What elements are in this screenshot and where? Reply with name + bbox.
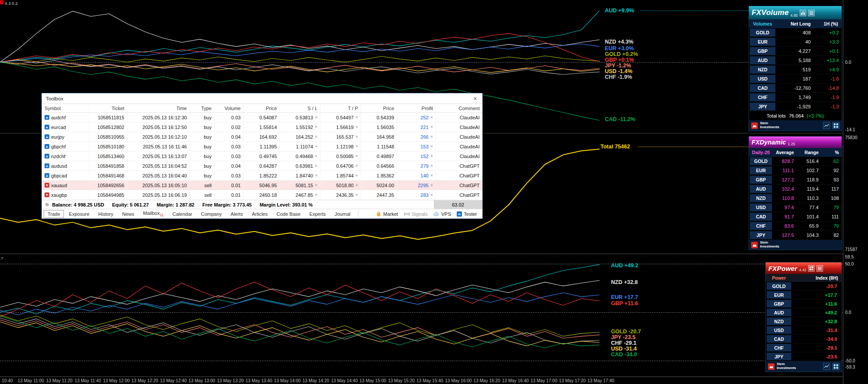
close-position-icon[interactable]: × xyxy=(430,115,433,120)
remove-tp-icon[interactable]: × xyxy=(355,164,358,168)
remove-tp-icon[interactable]: × xyxy=(355,183,358,188)
remove-sl-icon[interactable]: × xyxy=(315,135,317,139)
position-row[interactable]: ▲gbpcad10584914682025.05.13 16:04:40buy0… xyxy=(42,171,482,181)
position-row[interactable]: ▲gbpchf10585101802025.05.13 16:11:46buy0… xyxy=(42,142,482,151)
tab-tester[interactable]: Tester xyxy=(457,211,477,217)
tab-news[interactable]: News xyxy=(118,210,138,218)
position-comment: ClaudeAI xyxy=(436,132,482,141)
close-position-icon[interactable]: × xyxy=(430,144,433,149)
sell-direction-icon: ▼ xyxy=(45,183,49,188)
tab-mailbox[interactable]: Mailbox11 xyxy=(139,209,168,218)
close-position-icon[interactable]: × xyxy=(430,164,433,168)
trend-icon[interactable] xyxy=(823,122,830,129)
range-pct-value: 82 xyxy=(822,231,842,240)
currency-chip: JPY xyxy=(767,353,791,360)
fxpower-row: GBP+11.6 xyxy=(766,299,842,308)
remove-sl-icon[interactable]: × xyxy=(315,154,317,159)
column-daily-20: Daily-20 xyxy=(749,150,773,155)
trend-icon[interactable] xyxy=(823,363,830,370)
remove-tp-icon[interactable]: × xyxy=(355,154,358,159)
close-icon[interactable]: × xyxy=(472,96,478,102)
tab-label: Alerts xyxy=(231,211,243,217)
series-top-aud xyxy=(0,11,600,62)
fxdynamic-header: FXDynamic 1.25 xyxy=(749,137,842,148)
time-label: 13 May 12:00 xyxy=(103,378,130,383)
position-row[interactable]: ▲eurjpy10585109552025.05.13 16:12:10buy0… xyxy=(42,132,482,142)
fxvolume-column-headers: Volumes Net Long 1H (%) xyxy=(749,19,842,28)
tab-label: Tester xyxy=(464,211,477,217)
position-type: buy xyxy=(190,132,215,141)
time-axis[interactable]: 10:4013 May 11:0013 May 11:2013 May 11:4… xyxy=(0,377,843,384)
grid-icon[interactable] xyxy=(832,363,839,370)
toolbox-titlebar[interactable]: Toolbox × xyxy=(42,93,482,104)
remove-tp-icon[interactable]: × xyxy=(355,125,358,129)
remove-sl-icon[interactable]: × xyxy=(315,174,317,178)
connection-status-marker xyxy=(0,0,4,4)
position-sl: 1.84740× xyxy=(280,171,320,180)
close-position-icon[interactable]: × xyxy=(430,193,433,197)
position-row[interactable]: ▲eurcad10585128022025.05.13 16:12:50buy0… xyxy=(42,122,482,132)
menu-icon[interactable] xyxy=(816,265,823,272)
remove-tp-icon[interactable]: × xyxy=(355,174,358,178)
position-profit: 266× xyxy=(397,132,436,141)
remove-sl-icon[interactable]: × xyxy=(315,183,317,188)
tab-signals[interactable]: Signals xyxy=(404,211,428,217)
price-scale[interactable]: 0.0-14.1758307158759.550.00.0-50.0-59.3 xyxy=(843,0,868,384)
remove-tp-icon[interactable]: × xyxy=(355,193,358,197)
close-position-icon[interactable]: × xyxy=(430,135,433,139)
position-row[interactable]: ▼xaugbp10584949852025.05.13 16:06:19sell… xyxy=(42,190,482,200)
grid-icon[interactable] xyxy=(832,122,839,129)
tab-market[interactable]: Market xyxy=(376,211,398,217)
position-row[interactable]: ▲audusd10584918582025.05.13 16:04:52buy0… xyxy=(42,161,482,171)
remove-tp-icon[interactable]: × xyxy=(355,135,358,139)
menu-icon[interactable] xyxy=(808,10,815,16)
position-row[interactable]: ▼xauaud10584926562025.05.13 16:05:10sell… xyxy=(42,181,482,190)
remove-sl-icon[interactable]: × xyxy=(315,144,317,149)
symbol-text: eurcad xyxy=(51,125,66,130)
subwindow-separator[interactable] xyxy=(0,254,843,254)
remove-sl-icon[interactable]: × xyxy=(315,115,317,120)
time-label: 13 May 12:20 xyxy=(131,378,158,383)
close-position-icon[interactable]: × xyxy=(430,183,433,188)
tab-alerts[interactable]: Alerts xyxy=(227,210,247,218)
position-row[interactable]: ▲audchf10585118152025.05.13 16:12:30buy0… xyxy=(42,113,482,122)
remove-sl-icon[interactable]: × xyxy=(315,193,317,197)
tab-vps[interactable]: VPS xyxy=(433,211,451,217)
symbol-text: audchf xyxy=(51,115,66,120)
profit-value: 266 xyxy=(421,134,428,140)
tab-code-base[interactable]: Code Base xyxy=(272,210,304,218)
tab-articles[interactable]: Articles xyxy=(248,210,272,218)
remove-tp-icon[interactable]: × xyxy=(355,115,358,120)
position-type: buy xyxy=(190,142,215,151)
level-50-line xyxy=(0,264,843,264)
remove-sl-icon[interactable]: × xyxy=(315,125,317,129)
remove-tp-icon[interactable]: × xyxy=(355,144,358,149)
tab-trade[interactable]: Trade xyxy=(44,210,64,218)
tab-journal[interactable]: Journal xyxy=(331,210,354,218)
close-position-icon[interactable]: × xyxy=(430,125,433,129)
position-type: buy xyxy=(190,161,215,170)
time-label: 13 May 14:40 xyxy=(331,378,358,383)
position-comment: ChatGPT xyxy=(436,190,482,199)
net-long-value: -1,929 xyxy=(776,102,814,111)
power-index-value: +11.6 xyxy=(792,299,842,308)
close-position-icon[interactable]: × xyxy=(430,154,433,159)
column-ticket: Ticket xyxy=(89,104,127,112)
toolbox-title: Toolbox xyxy=(46,96,63,101)
brand-text: SteinInvestments xyxy=(777,362,796,370)
tab-calendar[interactable]: Calendar xyxy=(168,210,196,218)
tab-exposure[interactable]: Exposure xyxy=(65,210,93,218)
bar-chart-icon[interactable] xyxy=(800,10,806,16)
tab-history[interactable]: History xyxy=(94,210,117,218)
remove-sl-icon[interactable]: × xyxy=(315,164,317,168)
average-value: 127.5 xyxy=(773,231,797,240)
unread-badge: 11 xyxy=(160,213,164,217)
tab-label: Calendar xyxy=(172,211,192,217)
scale-value: 0.0 xyxy=(845,60,851,65)
tab-company[interactable]: Company xyxy=(197,210,226,218)
position-row[interactable]: ▲nzdchf10585134602025.05.13 16:13:07buy0… xyxy=(42,151,482,161)
time-label: 13 May 13:00 xyxy=(189,378,216,383)
close-position-icon[interactable]: × xyxy=(430,174,433,178)
grid-icon[interactable] xyxy=(808,265,815,272)
tab-experts[interactable]: Experts xyxy=(305,210,330,218)
